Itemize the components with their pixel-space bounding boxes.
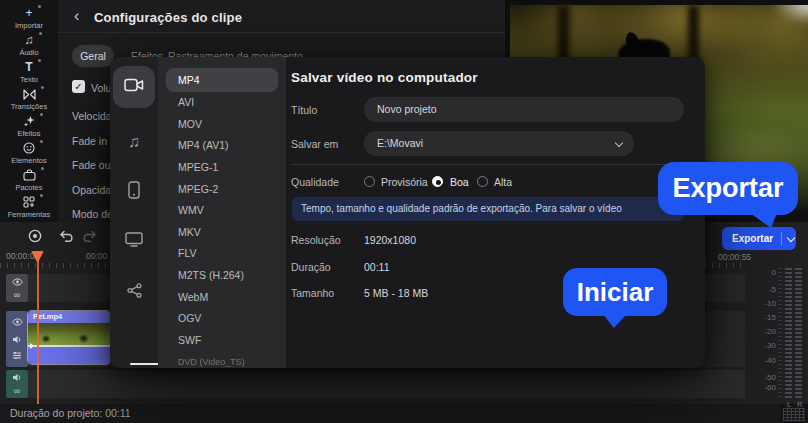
resolution-label: Resolução (291, 234, 341, 246)
format-row-mp4av1[interactable]: MP4 (AV1) (166, 133, 278, 157)
export-button[interactable]: Exportar (722, 227, 796, 250)
setting-label-modo: Modo de (72, 208, 113, 220)
export-callout: Exportar (658, 162, 798, 215)
meter-label: -10 (764, 299, 776, 308)
save-path-select[interactable]: E:\Movavi (364, 131, 634, 156)
sidebar-item-label: Transições (11, 102, 47, 111)
sidebar-item-ferramentas[interactable]: Ferramentas (1, 194, 57, 220)
category-tv[interactable] (110, 232, 158, 247)
meter-label: -20 (764, 327, 776, 336)
text-icon: T (25, 60, 32, 74)
export-callout-label: Exportar (672, 173, 783, 204)
dialog-divider (291, 164, 683, 165)
track1-header[interactable]: ∞ (6, 274, 28, 302)
app-window: + Importar ♫ Áudio T Texto Transições Ef… (0, 0, 808, 423)
sidebar-item-transicoes[interactable]: Transições (1, 86, 57, 112)
format-row-flv[interactable]: FLV (166, 241, 278, 265)
format-list: MP4 AVI MOV MP4 (AV1) MPEG-1 MPEG-2 WMV … (158, 57, 286, 368)
collapse-arrow-icon[interactable] (30, 343, 34, 349)
category-video[interactable] (113, 66, 155, 108)
format-row-mpeg1[interactable]: MPEG-1 (166, 155, 278, 179)
eye-icon[interactable] (12, 276, 23, 287)
ruler-ticks[interactable] (0, 263, 110, 268)
redo-icon[interactable] (82, 229, 97, 247)
radio-alta[interactable] (477, 176, 488, 187)
audio-levels-icon[interactable] (12, 350, 23, 361)
chevron-down-icon[interactable] (787, 233, 795, 241)
speaker-icon[interactable] (12, 334, 23, 345)
video-camera-icon (124, 78, 144, 96)
new-badge-dot (41, 86, 44, 89)
radio-label-provisoria[interactable]: Provisória (381, 176, 428, 188)
radio-label-boa[interactable]: Boa (450, 176, 469, 188)
meter-tick-ruler (778, 268, 782, 398)
meter-label: 0 (772, 268, 776, 277)
start-callout-label: Iniciar (577, 277, 654, 308)
ruler-ticks[interactable] (705, 263, 745, 268)
tab-geral[interactable]: Geral (72, 45, 114, 67)
sidebar-item-pacotes[interactable]: Pacotes (1, 167, 57, 193)
speaker-icon[interactable] (12, 372, 23, 383)
quality-label: Qualidade (291, 176, 339, 188)
format-row-m2ts[interactable]: M2TS (H.264) (166, 263, 278, 287)
category-share[interactable] (110, 283, 158, 298)
dialog-content: Salvar vídeo no computador Título Novo p… (286, 57, 705, 368)
title-field-label: Título (291, 104, 317, 116)
sparkle-icon (23, 114, 35, 128)
sidebar-item-audio[interactable]: ♫ Áudio (1, 32, 57, 58)
playhead-line[interactable] (37, 252, 39, 404)
sidebar-item-importar[interactable]: + Importar (1, 5, 57, 31)
link-icon[interactable]: ∞ (12, 289, 23, 300)
clip-audio-strip[interactable] (28, 347, 110, 364)
sidebar-item-efeitos[interactable]: Efeitos (1, 113, 57, 139)
music-note-icon: ♫ (25, 33, 34, 47)
duration-value: 00:11 (364, 261, 390, 273)
zoom-scale-widget[interactable] (783, 408, 805, 421)
category-device[interactable] (110, 181, 158, 199)
clip-name: Pet.mp4 (28, 311, 110, 323)
ruler-timestamp-mid: 00:00 (86, 251, 107, 261)
format-row-avi[interactable]: AVI (166, 90, 278, 114)
link-icon[interactable]: ∞ (12, 385, 23, 396)
meter-label: -50 (764, 373, 776, 382)
new-badge-dot (39, 32, 42, 35)
back-chevron-icon[interactable]: ‹ (74, 7, 79, 25)
new-badge-dot (38, 5, 41, 8)
dialog-title: Salvar vídeo no computador (291, 70, 478, 85)
clip-thumbnails (28, 323, 110, 345)
track2-header[interactable] (6, 311, 28, 367)
sidebar-item-label: Efeitos (18, 129, 41, 138)
start-callout: Iniciar (563, 268, 667, 316)
info-banner: Tempo, tamanho e qualidade padrão de exp… (292, 197, 684, 221)
eye-icon[interactable] (12, 317, 23, 328)
sidebar-item-label: Importar (15, 21, 43, 30)
track3-header[interactable]: ∞ (6, 370, 28, 398)
timeline-clip[interactable]: Pet.mp4 (28, 311, 110, 364)
format-row-ogv[interactable]: OGV (166, 306, 278, 330)
radio-label-alta[interactable]: Alta (494, 176, 512, 188)
plus-icon: + (25, 6, 32, 20)
setting-label-fade-in: Fade in (72, 135, 107, 147)
panel-title: Configurações do clipe (94, 10, 242, 25)
size-label: Tamanho (291, 287, 334, 299)
format-row-dvd[interactable]: DVD (Video_TS) (166, 350, 278, 368)
sidebar-item-elementos[interactable]: Elementos (1, 140, 57, 166)
transitions-icon (23, 87, 36, 101)
volume-checkbox[interactable]: ✓ (72, 80, 85, 93)
record-icon[interactable] (28, 229, 42, 247)
meter-bar-right (795, 268, 802, 398)
format-row-wmv[interactable]: WMV (166, 198, 278, 222)
meter-label: -15 (764, 313, 776, 322)
size-value: 5 MB - 18 MB (364, 287, 428, 299)
undo-icon[interactable] (59, 229, 74, 247)
track3-lane[interactable] (28, 370, 745, 398)
sidebar: + Importar ♫ Áudio T Texto Transições Ef… (0, 0, 58, 222)
sidebar-item-label: Áudio (19, 48, 38, 57)
format-row-swf[interactable]: SWF (166, 328, 278, 352)
title-input[interactable]: Novo projeto (364, 97, 684, 122)
category-audio[interactable]: ♫ (110, 133, 158, 151)
radio-provisoria[interactable] (364, 176, 375, 187)
sidebar-item-texto[interactable]: T Texto (1, 59, 57, 85)
radio-boa-selected[interactable] (432, 176, 443, 187)
format-row-mp4[interactable]: MP4 (166, 68, 278, 92)
